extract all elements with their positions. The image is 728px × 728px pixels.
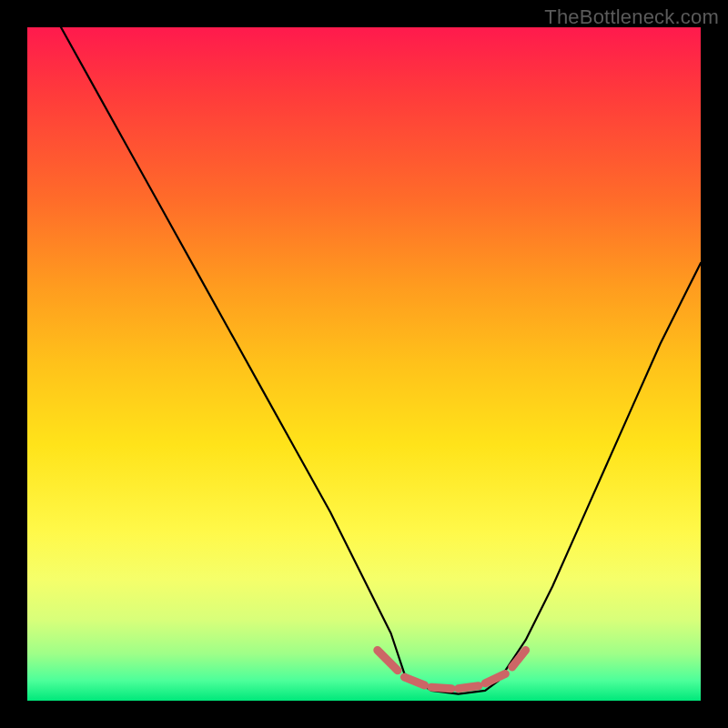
plot-area: [27, 27, 701, 701]
marker-group: [378, 651, 526, 689]
watermark-text: TheBottleneck.com: [544, 5, 719, 29]
curve-group: [27, 27, 701, 694]
floor-dash: [485, 673, 505, 682]
floor-dash: [512, 651, 526, 668]
floor-dash: [404, 677, 424, 685]
floor-dash: [459, 686, 479, 689]
bottleneck-curve: [27, 27, 701, 694]
chart-frame: TheBottleneck.com: [0, 0, 728, 728]
floor-dash: [378, 651, 398, 671]
curve-layer: [27, 27, 701, 701]
floor-dash: [431, 687, 451, 689]
